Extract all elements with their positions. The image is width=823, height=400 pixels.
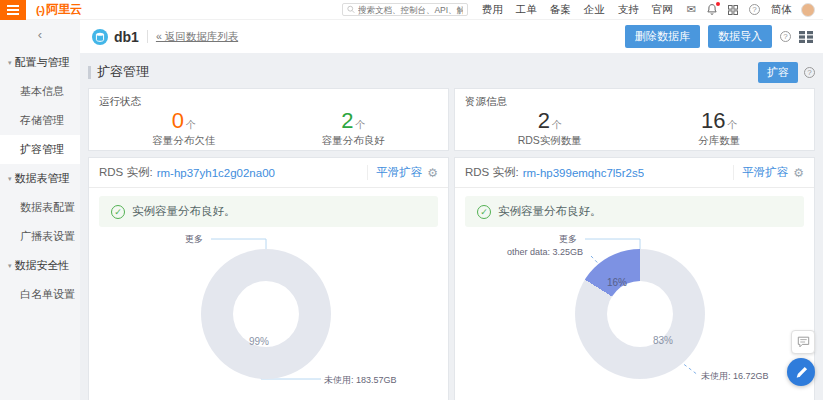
status-banner: ✓ 实例容量分布良好。 — [465, 196, 804, 227]
running-status-card: 运行状态 0个 容量分布欠佳 2个 容量分布良好 — [88, 88, 449, 151]
chart-more-label: 更多 — [559, 233, 577, 246]
sidebar-item-basic-info[interactable]: 基本信息 — [0, 77, 80, 106]
chevron-down-icon: ▾ — [8, 175, 12, 183]
instance-name-link[interactable]: rm-hp399emqhc7l5r2s5 — [523, 167, 644, 179]
back-to-database-list-link[interactable]: « 返回数据库列表 — [156, 30, 238, 44]
sidebar-item-storage[interactable]: 存储管理 — [0, 106, 80, 135]
global-search[interactable] — [342, 3, 468, 16]
stat-label: 容量分布良好 — [269, 134, 439, 148]
instance-label: RDS 实例: — [465, 165, 519, 180]
stat-value: 2 — [341, 108, 353, 133]
stat-label: 分库数量 — [635, 134, 805, 148]
user-avatar[interactable] — [801, 3, 815, 17]
topnav-enterprise[interactable]: 企业 — [584, 3, 605, 17]
instance-card-header: RDS 实例: rm-hp399emqhc7l5r2s5 平滑扩容 ⚙ — [455, 158, 814, 188]
status-text: 实例容量分布良好。 — [498, 204, 602, 219]
sidebar-item-scale-out[interactable]: 扩容管理 — [0, 135, 80, 164]
chart-unused-label: 未使用: 183.57GB — [324, 374, 397, 387]
donut-graphic — [575, 249, 705, 379]
chart-other-data-label: other data: 3.25GB — [507, 247, 583, 257]
app-center-icon[interactable] — [728, 5, 738, 15]
delete-database-button[interactable]: 删除数据库 — [625, 25, 700, 48]
page-header: db1 « 返回数据库列表 删除数据库 数据导入 ? — [80, 20, 823, 53]
topbar: (-) 阿里云 费用 工单 备案 企业 支持 官网 ✉ ? 简体 — [0, 0, 823, 20]
sidebar-group-tables[interactable]: ▾ 数据表管理 — [0, 164, 80, 193]
sidebar-item-broadcast-table[interactable]: 广播表设置 — [0, 222, 80, 251]
check-circle-icon: ✓ — [477, 205, 491, 219]
sidebar-group-security[interactable]: ▾ 数据安全性 — [0, 251, 80, 280]
gear-icon[interactable]: ⚙ — [427, 167, 438, 179]
topnav-icp[interactable]: 备案 — [550, 3, 571, 17]
instance-name-link[interactable]: rm-hp37yh1c2g02na00 — [157, 167, 275, 179]
instance-card-header: RDS 实例: rm-hp37yh1c2g02na00 平滑扩容 ⚙ — [89, 158, 448, 188]
topnav-tickets[interactable]: 工单 — [516, 3, 537, 17]
rds-instance-card-1: RDS 实例: rm-hp37yh1c2g02na00 平滑扩容 ⚙ ✓ 实例容… — [88, 157, 449, 400]
stat-unit: 个 — [727, 119, 737, 130]
stat-shard-count: 16个 分库数量 — [635, 109, 805, 148]
search-icon — [347, 5, 355, 14]
sidebar-item-table-config[interactable]: 数据表配置 — [0, 193, 80, 222]
check-circle-icon: ✓ — [111, 205, 125, 219]
instance-label: RDS 实例: — [99, 165, 153, 180]
chevron-down-icon: ▾ — [8, 262, 12, 270]
smooth-scale-out-link[interactable]: 平滑扩容 — [376, 165, 422, 180]
stat-value: 16 — [701, 108, 725, 133]
logo-text: 阿里云 — [46, 1, 82, 18]
logo-mark-icon: (-) — [36, 4, 44, 16]
title-row: 扩容管理 扩容 ? — [88, 58, 815, 86]
smooth-scale-out-link[interactable]: 平滑扩容 — [742, 165, 788, 180]
database-name: db1 — [114, 29, 139, 45]
stat-capacity-good: 2个 容量分布良好 — [269, 109, 439, 148]
header-actions: 删除数据库 数据导入 ? — [625, 25, 823, 48]
feedback-button[interactable] — [791, 330, 815, 354]
data-import-button[interactable]: 数据导入 — [708, 25, 772, 48]
topbar-icons: ✉ ? 简体 — [687, 3, 792, 17]
page-title: 扩容管理 — [97, 63, 149, 81]
stat-capacity-poor: 0个 容量分布欠佳 — [99, 109, 269, 148]
sidebar-group-label: 数据安全性 — [15, 258, 70, 273]
stat-label: 容量分布欠佳 — [99, 134, 269, 148]
gear-icon[interactable]: ⚙ — [793, 167, 804, 179]
chart-percent-label: 99% — [249, 336, 269, 347]
capacity-donut-chart: 更多 99% 未使用: 183.57GB — [89, 227, 448, 400]
top-navigation: 费用 工单 备案 企业 支持 官网 — [482, 3, 673, 17]
stat-rds-count: 2个 RDS实例数量 — [465, 109, 635, 148]
topnav-billing[interactable]: 费用 — [482, 3, 503, 17]
stat-value: 0 — [172, 108, 184, 133]
sidebar-item-whitelist[interactable]: 白名单设置 — [0, 280, 80, 309]
notification-dot — [716, 2, 720, 6]
language-switch[interactable]: 简体 — [771, 3, 792, 17]
stat-unit: 个 — [552, 119, 562, 130]
sidebar-collapse-icon[interactable]: ‹ — [0, 20, 80, 48]
resource-info-card: 资源信息 2个 RDS实例数量 16个 分库数量 — [454, 88, 815, 151]
survey-button[interactable] — [787, 358, 815, 386]
hamburger-menu-icon[interactable] — [0, 0, 26, 20]
pencil-icon — [795, 366, 808, 379]
help-icon[interactable]: ? — [804, 67, 815, 78]
status-text: 实例容量分布良好。 — [132, 204, 236, 219]
notification-bell-icon[interactable] — [707, 4, 717, 15]
help-icon[interactable]: ? — [780, 31, 791, 42]
sidebar-group-config[interactable]: ▾ 配置与管理 — [0, 48, 80, 77]
main-content: 扩容管理 扩容 ? 运行状态 0个 容量分布欠佳 2个 容量分布良好 资源信息 — [80, 53, 823, 400]
card-title: 运行状态 — [99, 95, 438, 109]
search-input[interactable] — [358, 5, 463, 15]
chart-more-label: 更多 — [185, 233, 203, 246]
speech-bubble-icon — [797, 336, 810, 348]
stat-value: 2 — [538, 108, 550, 133]
rds-instance-card-2: RDS 实例: rm-hp399emqhc7l5r2s5 平滑扩容 ⚙ ✓ 实例… — [454, 157, 815, 400]
mail-icon[interactable]: ✉ — [687, 4, 696, 15]
topnav-website[interactable]: 官网 — [652, 3, 673, 17]
instance-row: RDS 实例: rm-hp37yh1c2g02na00 平滑扩容 ⚙ ✓ 实例容… — [88, 157, 815, 400]
title-accent-bar — [88, 66, 91, 79]
chart-percent-label: 16% — [607, 277, 627, 288]
alibaba-cloud-logo[interactable]: (-) 阿里云 — [36, 1, 82, 18]
help-icon[interactable]: ? — [749, 4, 760, 15]
topnav-support[interactable]: 支持 — [618, 3, 639, 17]
grid-view-icon[interactable] — [799, 31, 813, 43]
chevron-down-icon: ▾ — [8, 59, 12, 67]
sidebar-group-label: 配置与管理 — [15, 55, 70, 70]
sidebar-group-label: 数据表管理 — [15, 171, 70, 186]
donut-graphic — [201, 249, 331, 379]
scale-out-button[interactable]: 扩容 — [758, 62, 798, 83]
